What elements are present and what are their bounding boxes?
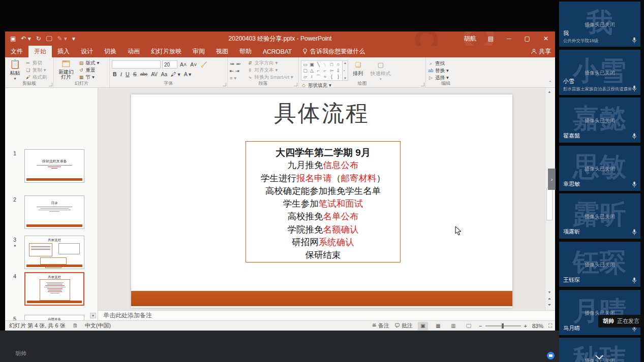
zoom-slider[interactable] [485, 325, 521, 326]
cut-button[interactable]: ✂剪切 [25, 60, 47, 66]
shapes-gallery[interactable]: ▭▣╲﹨□○▢△⌐⌐⇦⇩▱≀⌒≈{} [301, 60, 343, 81]
collapse-ribbon-icon[interactable]: ⌃ [548, 80, 552, 85]
share-button[interactable]: 共享 [531, 46, 551, 57]
shape-icon[interactable]: } [335, 74, 342, 80]
tab-开始[interactable]: 开始 [28, 46, 52, 57]
indent-icons[interactable]: ⇤ ⇥ [230, 68, 245, 74]
highlight-button[interactable]: 🖍 ▾ [170, 71, 181, 77]
participant-tile-章思敏[interactable]: 思敏 摄像头已关闭 章思敏 [559, 146, 640, 191]
scroll-down-icon[interactable]: ▼ [545, 290, 554, 294]
restore-button[interactable]: ▢ [518, 31, 537, 46]
shapes-gallery-scroll[interactable]: ▲▪▼ [343, 60, 348, 81]
comments-toggle-button[interactable]: 🗩 批注 [394, 322, 413, 330]
shape-icon[interactable]: ▱ [302, 74, 309, 80]
slide-thumbnail-1[interactable]: 保研流程及准备 [24, 149, 84, 183]
font-color-button[interactable]: A ▾ [183, 71, 193, 77]
font-style-button-I[interactable]: I [119, 72, 124, 77]
shape-icon[interactable]: □ [328, 61, 335, 68]
ribbon-display-options-icon[interactable]: ▤ [481, 31, 500, 46]
shape-icon[interactable]: ⇩ [335, 68, 342, 74]
tab-ACROBAT[interactable]: ACROBAT [257, 46, 297, 57]
tab-动画[interactable]: 动画 [122, 46, 145, 57]
participant-tile-王钰琛[interactable]: 钰琛 摄像头已关闭 王钰琛 [559, 242, 640, 287]
tab-文件[interactable]: 文件 [5, 46, 28, 57]
slide-text-line[interactable]: 高校推免名单公布 [246, 210, 400, 223]
slide-thumbnail-2[interactable]: 目录 [24, 195, 84, 229]
shape-icon[interactable]: ▭ [302, 61, 309, 68]
font-style-button-Aa[interactable]: Aa [160, 72, 168, 77]
grow-font-icon[interactable]: A˄ [179, 61, 188, 68]
zoom-slider-thumb[interactable] [502, 323, 504, 328]
participant-tile-翟嘉懿[interactable]: 嘉懿 摄像头已关闭 翟嘉懿 [559, 97, 640, 143]
sidebar-collapse-down-icon[interactable] [593, 354, 606, 360]
tell-me-box[interactable]: 告诉我你想要做什么 [297, 46, 370, 57]
redo-icon[interactable]: ↻ [36, 35, 41, 42]
floating-share-indicator[interactable] [547, 352, 555, 359]
new-slide-button[interactable]: 🗔 新建幻灯片 [56, 59, 76, 81]
thumbnail-scroll-down-icon[interactable]: ▼ [90, 313, 96, 318]
slide-text-line[interactable]: 学院推免名额确认 [246, 223, 400, 236]
tab-切换[interactable]: 切换 [99, 46, 122, 57]
tab-幻灯片放映[interactable]: 幻灯片放映 [145, 46, 187, 57]
font-size-input[interactable]: 20 [162, 60, 177, 69]
accessibility-icon[interactable]: 🖺 [73, 323, 78, 328]
align-text-button[interactable]: ⇳对齐文本 ▾ [247, 67, 293, 73]
shape-icon[interactable]: ○ [335, 61, 342, 68]
participant-tile-我[interactable]: 我 摄像头已关闭 我 公共外交学院18级 [559, 2, 640, 47]
slide-text-line[interactable]: 研招网系统确认 [246, 236, 400, 249]
font-style-button-B[interactable]: B [112, 71, 118, 77]
notes-toggle-button[interactable]: ≝ 备注 [372, 322, 389, 330]
quick-styles-button[interactable]: ▢ 快速样式 ▾ [368, 59, 393, 81]
dialog-launcher-icon[interactable] [421, 83, 424, 86]
slide-text-line[interactable]: 学生参加笔试和面试 [246, 198, 400, 210]
editor-scrollbar[interactable]: ▲ ▼ ⏶ ⏷ [545, 88, 554, 310]
close-button[interactable]: ✕ [537, 31, 555, 46]
notes-pane[interactable]: 单击此处添加备注 [98, 310, 555, 320]
dialog-launcher-icon[interactable] [49, 83, 52, 86]
tab-帮助[interactable]: 帮助 [234, 46, 257, 57]
customize-qat-icon[interactable]: ▾ [72, 35, 75, 42]
participant-tile-项露昕[interactable]: 露昕 摄像头已关闭 项露昕 [559, 193, 640, 239]
tab-视图[interactable]: 视图 [210, 46, 234, 57]
font-name-input[interactable] [112, 60, 161, 69]
shape-icon[interactable]: { [328, 74, 335, 80]
paste-button[interactable]: 📋 粘贴▾ [7, 59, 23, 81]
shape-icon[interactable]: △ [309, 68, 315, 74]
zoom-out-icon[interactable]: − [479, 323, 482, 329]
shape-icon[interactable]: ≀ [309, 74, 315, 80]
shape-icon[interactable]: ╲ [315, 61, 322, 68]
slide-thumbnail-4[interactable]: 具体流程 [24, 272, 84, 306]
slide-canvas[interactable]: 具体流程 大四学年第二学期 9月九月推免信息公布学生进行报名申请（邮寄材料）高校… [131, 94, 512, 308]
normal-view-button[interactable]: ▣ [418, 322, 428, 330]
shape-icon[interactable]: ﹨ [322, 61, 328, 68]
scroll-up-icon[interactable]: ▲ [545, 90, 554, 93]
shape-icon[interactable]: ≈ [322, 74, 328, 80]
shape-icon[interactable]: ▣ [309, 61, 315, 68]
next-slide-button[interactable]: ⏷ [545, 303, 554, 308]
ink-icon[interactable]: ✎ ▾ [57, 35, 67, 42]
arrange-button[interactable]: ❏ 排列 [350, 59, 365, 81]
shape-icon[interactable]: ⌐ [315, 68, 322, 74]
sidebar-collapse-right-button[interactable]: › [548, 169, 556, 190]
slide-thumbnail-5[interactable]: 自我准备 [24, 315, 84, 320]
slide-text-line[interactable]: 大四学年第二学期 9月 [246, 146, 400, 159]
shape-icon[interactable]: ▢ [302, 68, 309, 74]
bullets-icon[interactable]: ≔ ≕ [230, 61, 245, 67]
undo-icon[interactable]: ↶ ▾ [21, 35, 30, 42]
reset-button[interactable]: ↺重置 [78, 67, 99, 73]
slide-title[interactable]: 具体流程 [131, 98, 512, 128]
smartart-button[interactable]: ⤷转换为 SmartArt ▾ [247, 74, 293, 80]
copy-button[interactable]: ❏复制 ▾ [25, 67, 47, 73]
participant-tile-马月晴[interactable]: 月晴 摄像头已关闭 马月晴 [559, 290, 640, 335]
slide-text-line[interactable]: 九月推免信息公布 [246, 159, 400, 172]
shape-icon[interactable]: ⇦ [328, 68, 335, 74]
reading-view-button[interactable]: ▥ [448, 322, 458, 330]
section-button[interactable]: ▦节 ▾ [78, 74, 99, 80]
save-icon[interactable]: ▣ [10, 35, 16, 42]
language-status[interactable]: 中文(中国) [85, 322, 111, 330]
dialog-launcher-icon[interactable] [223, 83, 226, 86]
tab-审阅[interactable]: 审阅 [187, 46, 210, 57]
shape-icon[interactable]: ⌒ [315, 74, 322, 80]
font-style-button-abc[interactable]: abc [139, 72, 149, 77]
slide-text-line[interactable]: 高校确定能参加推免学生名单 [246, 185, 400, 198]
